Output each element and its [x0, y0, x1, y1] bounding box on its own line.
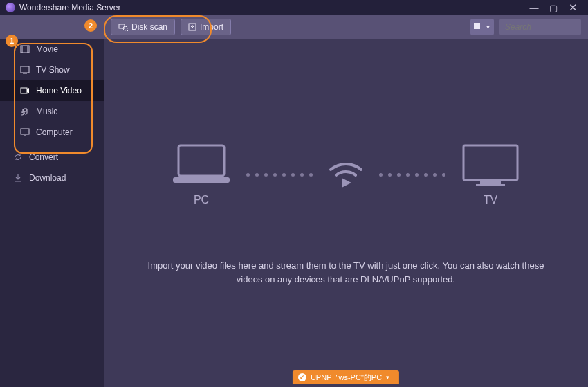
svg-rect-15 [477, 26, 480, 29]
svg-rect-6 [21, 129, 29, 134]
svg-rect-8 [119, 24, 125, 28]
svg-rect-13 [477, 23, 480, 26]
chevron-down-icon: ▼ [486, 24, 491, 30]
sidebar-item-download[interactable]: Download [0, 168, 104, 188]
laptop-icon [170, 143, 232, 187]
svg-line-10 [127, 30, 128, 31]
minimize-button[interactable]: ― [524, 3, 544, 13]
svg-rect-19 [173, 177, 230, 183]
import-label: Import [200, 22, 223, 32]
check-icon: ✓ [298, 373, 306, 381]
dots-right [379, 173, 445, 177]
wifi-play-icon [327, 157, 365, 192]
svg-rect-22 [476, 184, 505, 186]
search-field[interactable] [499, 19, 581, 35]
camera-icon [19, 87, 30, 94]
svg-rect-18 [178, 145, 224, 176]
tv-graphic: TV [459, 143, 522, 206]
download-icon [12, 173, 24, 183]
status-bar: ✓ UPNP_"ws-PC"的PC ▾ [293, 370, 399, 384]
tv-icon [459, 143, 522, 187]
sidebar: PC Library Movie TV Show Home Video Musi… [0, 15, 104, 387]
upnp-status-button[interactable]: ✓ UPNP_"ws-PC"的PC ▾ [293, 370, 399, 384]
chevron-down-icon: ▾ [386, 374, 389, 381]
sidebar-item-music[interactable]: Music [0, 101, 104, 122]
main-content: PC TV Import your video files here and s… [104, 39, 588, 387]
sidebar-item-label: Music [36, 107, 57, 116]
sidebar-item-computer[interactable]: Computer [0, 122, 104, 143]
sidebar-item-tvshow[interactable]: TV Show [0, 60, 104, 80]
pc-graphic: PC [170, 143, 232, 206]
svg-rect-5 [21, 88, 27, 93]
svg-rect-14 [474, 26, 477, 29]
import-button[interactable]: Import [181, 19, 231, 35]
search-input[interactable] [505, 22, 588, 32]
sidebar-item-label: Home Video [36, 86, 82, 96]
disk-scan-label: Disk scan [131, 22, 167, 32]
sidebar-item-movie[interactable]: Movie [0, 39, 104, 60]
svg-rect-20 [463, 145, 517, 180]
grid-icon [474, 23, 484, 31]
svg-rect-21 [480, 181, 501, 184]
music-icon [19, 107, 30, 116]
import-icon [188, 23, 200, 31]
film-icon [19, 45, 30, 53]
sidebar-item-homevideo[interactable]: Home Video [0, 80, 104, 101]
close-button[interactable]: ✕ [563, 1, 582, 14]
monitor-icon [19, 128, 30, 136]
app-logo [6, 3, 15, 12]
sidebar-item-label: TV Show [36, 65, 70, 75]
disk-scan-button[interactable]: Disk scan [111, 19, 175, 35]
status-text: UPNP_"ws-PC"的PC [311, 372, 382, 383]
illustration: PC TV [170, 143, 522, 206]
titlebar: Wondershare Media Server ― ▢ ✕ [0, 0, 588, 15]
dots-left [246, 173, 313, 177]
tv-icon [19, 66, 30, 74]
pc-label: PC [194, 194, 209, 206]
tv-label: TV [484, 194, 497, 206]
sidebar-item-label: Movie [36, 44, 58, 54]
maximize-button[interactable]: ▢ [544, 3, 563, 13]
svg-rect-3 [21, 66, 29, 73]
sidebar-item-label: Convert [29, 152, 58, 162]
svg-rect-12 [474, 23, 477, 26]
toolbar: Disk scan Import ▼ [0, 15, 588, 39]
description-text: Import your video files here and stream … [104, 259, 588, 286]
sidebar-item-convert[interactable]: Convert [0, 147, 104, 168]
app-title: Wondershare Media Server [19, 3, 524, 12]
scan-icon [118, 23, 131, 31]
sidebar-item-label: Download [29, 173, 66, 183]
view-mode-button[interactable]: ▼ [470, 19, 494, 35]
sidebar-item-label: Computer [36, 127, 73, 137]
refresh-icon [12, 152, 24, 162]
